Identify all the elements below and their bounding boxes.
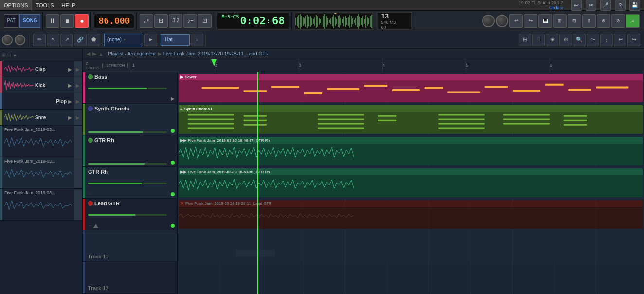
gtrrh1-clip[interactable]: ▶▶ Five Funk Jam_2019-03-20 18-46-47_GTR…	[179, 137, 643, 165]
leadgtr-triangle[interactable]	[93, 224, 98, 228]
funk3-end-btn[interactable]: ·	[74, 189, 82, 220]
leadgtr-mute-icon[interactable]	[88, 201, 93, 206]
snap-btn[interactable]: ⊗	[559, 34, 572, 46]
zoom-btn[interactable]: 🔍	[573, 34, 586, 46]
channel-play-btn[interactable]: ▶	[144, 34, 157, 46]
clap-arrow[interactable]: ▶	[68, 67, 72, 72]
pan-knob[interactable]	[15, 35, 25, 45]
sidebar-collapse-btn[interactable]: ⊟	[7, 53, 11, 57]
channel-rack-btn[interactable]: ⊟	[568, 14, 581, 28]
tool-link[interactable]: 🔗	[74, 34, 87, 46]
synth-name[interactable]: Synth Chords	[94, 106, 129, 111]
instrument-display[interactable]: Hat	[161, 34, 190, 46]
leadgtr-clip[interactable]: ✕ Five Funk Jam_2019-03-20 19-28-11_Lead…	[179, 200, 643, 229]
menu-help[interactable]: HELP	[58, 0, 80, 10]
kick-arrow[interactable]: ▶	[68, 83, 72, 88]
pattern-tool-4[interactable]: ♪+	[183, 14, 197, 28]
mic-btn[interactable]: 🎤	[600, 0, 611, 11]
master-pitch-knob[interactable]	[496, 15, 508, 27]
bass-expand-btn[interactable]: ▶	[171, 96, 175, 101]
leadgtr-name[interactable]: Lead GTR	[94, 201, 120, 206]
svg-rect-54	[334, 13, 336, 14]
gtrrh1-vol-slider[interactable]	[88, 163, 167, 165]
track12-name[interactable]: Track 12	[88, 285, 175, 291]
leadgtr-vol-slider[interactable]	[88, 214, 167, 216]
redo2-btn[interactable]: ↪	[627, 34, 640, 46]
master-vol-knob[interactable]	[482, 15, 495, 27]
stretch-check[interactable]	[127, 63, 128, 68]
tool-stamp[interactable]: ⬟	[88, 34, 100, 46]
bass-vol-slider[interactable]	[88, 88, 167, 89]
tool-erase[interactable]: ↗	[60, 34, 73, 46]
svg-rect-88	[503, 123, 550, 125]
pattern-tool-3[interactable]: 3.2	[169, 14, 182, 28]
pattern-btn-2[interactable]: ↪	[524, 14, 537, 28]
project-btn[interactable]: ⊘	[611, 14, 625, 28]
funk2-end-btn[interactable]: ·	[74, 157, 82, 188]
sidebar-scroll-up[interactable]: ▲	[13, 53, 17, 57]
zcross-check[interactable]	[102, 63, 103, 68]
automation-btn[interactable]: 〜	[587, 34, 599, 46]
pattern-view-btn[interactable]: ≣	[532, 34, 545, 46]
channel-select[interactable]: (none) ▾	[104, 34, 143, 46]
gtrrh2-vol-slider[interactable]	[88, 183, 167, 184]
save-btn[interactable]: 💾	[629, 0, 640, 11]
mixer-btn[interactable]: ⊞	[553, 14, 567, 28]
gtrrh2-name[interactable]: GTR Rh	[88, 169, 108, 175]
funk1-end-btn[interactable]: ·	[74, 126, 82, 157]
bass-name[interactable]: Bass	[94, 74, 107, 80]
cut-btn[interactable]: ✂	[586, 0, 596, 11]
svg-rect-87	[503, 119, 550, 120]
synth-clip[interactable]: ≡ Synth Chords I	[179, 105, 643, 134]
snre-arrow[interactable]: ▶	[68, 115, 72, 120]
cursor-btn[interactable]: ↕	[600, 34, 613, 46]
menu-tools[interactable]: TOOLS	[32, 0, 58, 10]
pat-label[interactable]: PAT	[4, 14, 18, 28]
stop-btn[interactable]: ■	[60, 14, 74, 28]
sidebar-expand-btn[interactable]: ⊞	[2, 53, 6, 57]
clap-end-btn[interactable]: ▶	[74, 61, 82, 77]
undo2-btn[interactable]: ↩	[614, 34, 626, 46]
nav-left-icon[interactable]: ◀	[87, 51, 90, 57]
gtrrh1-name[interactable]: GTR Rh	[94, 137, 114, 143]
gtrrh2-clip[interactable]: ▶▶ Five Funk Jam_2019-03-20 18-53-00_GTR…	[179, 168, 643, 197]
plop-end-btn[interactable]: ▶	[74, 93, 82, 109]
browser-btn[interactable]: ⊗	[597, 14, 610, 28]
update-label[interactable]: Update	[519, 5, 563, 10]
bass-clip[interactable]: ▶ Sawer	[179, 74, 643, 102]
synth-clip-icon: ≡	[180, 107, 183, 111]
plugin-picker-btn[interactable]: ⊕	[582, 14, 596, 28]
channel-dropdown-icon: ▾	[124, 37, 126, 42]
playlist-btn[interactable]: ≡	[626, 14, 640, 28]
pattern-tool-1[interactable]: ⇄	[140, 14, 153, 28]
snre-end-btn[interactable]: ▶	[74, 110, 82, 125]
vol-knob[interactable]	[2, 35, 13, 45]
clone-btn[interactable]: ⊕	[546, 34, 558, 46]
nav-up-icon[interactable]: ▲	[98, 51, 104, 57]
plop-arrow[interactable]: ▶	[68, 99, 72, 104]
gtrrh2-lane: ▶▶ Five Funk Jam_2019-03-20 18-53-00_GTR…	[178, 167, 644, 199]
breadcrumb-playlist[interactable]: Playlist - Arrangement	[108, 51, 156, 56]
pause-btn[interactable]: ⏸	[46, 14, 59, 28]
pattern-btn-1[interactable]: ↩	[509, 14, 523, 28]
tempo-display[interactable]: 86.000	[94, 14, 134, 28]
tool-draw[interactable]: ✏	[33, 34, 46, 46]
song-btn[interactable]: SONG	[19, 14, 40, 28]
piano-roll-btn[interactable]: 🎹	[538, 14, 552, 28]
kick-end-btn[interactable]: ▶	[74, 77, 82, 93]
nav-right-icon[interactable]: ▶	[92, 51, 96, 57]
record-btn[interactable]: ●	[75, 14, 89, 28]
svg-rect-34	[345, 16, 346, 27]
pattern-tool-2[interactable]: ⊞	[154, 14, 168, 28]
undo-btn[interactable]: ↩	[571, 0, 582, 11]
track11-name[interactable]: Track 11	[88, 254, 175, 259]
pattern-tool-5[interactable]: ⊡	[198, 14, 212, 28]
tool-select[interactable]: ↖	[47, 34, 59, 46]
synth-vol-slider[interactable]	[88, 131, 167, 133]
breadcrumb-item2[interactable]: Five Funk Jam_2019-03-20 19-28-11_Lead G…	[163, 51, 269, 56]
add-track-btn[interactable]: +	[191, 34, 203, 46]
menu-options[interactable]: OPTIONS	[0, 0, 32, 10]
gtrrh1-wave	[179, 144, 643, 165]
mixer-send-btn[interactable]: ⊞	[519, 34, 531, 46]
question-btn[interactable]: ?	[615, 0, 626, 11]
